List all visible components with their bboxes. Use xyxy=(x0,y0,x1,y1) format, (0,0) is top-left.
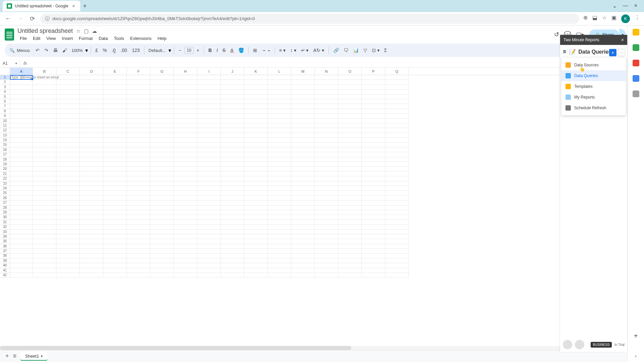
hamburger-icon[interactable]: ≡ xyxy=(563,48,566,55)
cell[interactable] xyxy=(33,128,56,133)
cell[interactable] xyxy=(103,268,127,273)
row-header[interactable]: 8 xyxy=(0,109,10,114)
cell[interactable] xyxy=(80,225,103,229)
cell[interactable] xyxy=(10,244,33,249)
cell[interactable] xyxy=(127,119,150,123)
cell[interactable] xyxy=(127,234,150,239)
cell[interactable] xyxy=(80,196,103,200)
cell[interactable] xyxy=(385,147,409,152)
cell[interactable] xyxy=(221,253,244,258)
cell[interactable] xyxy=(362,196,385,200)
cell[interactable] xyxy=(268,123,291,128)
cell[interactable] xyxy=(197,99,221,104)
cell[interactable] xyxy=(127,200,150,205)
cell[interactable] xyxy=(10,225,33,229)
cell[interactable] xyxy=(127,268,150,273)
cell[interactable] xyxy=(268,75,291,80)
cell[interactable] xyxy=(362,80,385,84)
cell[interactable] xyxy=(56,258,80,263)
wrap-button[interactable]: ↵ ▾ xyxy=(299,46,310,54)
cell[interactable] xyxy=(268,95,291,99)
column-header[interactable]: I xyxy=(197,68,221,75)
cell[interactable] xyxy=(150,263,174,268)
cell[interactable] xyxy=(103,230,127,234)
cell[interactable] xyxy=(80,167,103,171)
cell[interactable] xyxy=(80,186,103,191)
cell[interactable] xyxy=(268,152,291,157)
cell[interactable] xyxy=(291,138,315,142)
row-header[interactable]: 42 xyxy=(0,273,10,278)
cell[interactable] xyxy=(56,75,80,80)
cell[interactable] xyxy=(385,239,409,244)
cell[interactable] xyxy=(33,196,56,200)
cell[interactable] xyxy=(150,104,174,109)
cell[interactable] xyxy=(315,80,338,84)
cell[interactable] xyxy=(315,181,338,186)
cell[interactable] xyxy=(10,104,33,109)
cell[interactable] xyxy=(315,138,338,142)
cell[interactable] xyxy=(244,210,268,215)
forward-button[interactable]: → xyxy=(16,15,24,22)
cell[interactable] xyxy=(221,172,244,176)
name-box[interactable]: A1 ▾ xyxy=(0,59,20,67)
cell[interactable] xyxy=(315,263,338,268)
cell[interactable] xyxy=(268,200,291,205)
cell[interactable] xyxy=(127,99,150,104)
cell[interactable] xyxy=(127,142,150,147)
cell[interactable] xyxy=(174,258,197,263)
cell[interactable] xyxy=(197,191,221,195)
cell[interactable] xyxy=(338,162,362,167)
move-icon[interactable]: ▢ xyxy=(84,28,89,34)
cell[interactable] xyxy=(56,123,80,128)
cell[interactable] xyxy=(221,128,244,133)
cell[interactable] xyxy=(362,191,385,195)
cell[interactable] xyxy=(103,99,127,104)
cell[interactable] xyxy=(338,205,362,210)
cell[interactable] xyxy=(80,123,103,128)
cell[interactable] xyxy=(385,152,409,157)
cell[interactable] xyxy=(244,123,268,128)
cell[interactable] xyxy=(291,191,315,195)
cell[interactable] xyxy=(268,157,291,162)
cell[interactable] xyxy=(291,196,315,200)
cell[interactable] xyxy=(103,128,127,133)
cell[interactable] xyxy=(10,176,33,181)
more-options-button[interactable]: ⋯ xyxy=(618,49,625,56)
cell[interactable] xyxy=(103,196,127,200)
cell[interactable] xyxy=(33,109,56,114)
cell[interactable] xyxy=(150,244,174,249)
cell[interactable] xyxy=(315,147,338,152)
cell[interactable] xyxy=(338,157,362,162)
cell[interactable] xyxy=(174,273,197,278)
cell[interactable] xyxy=(10,268,33,273)
cell[interactable] xyxy=(10,80,33,84)
cell[interactable] xyxy=(33,123,56,128)
cell[interactable] xyxy=(315,239,338,244)
cell[interactable] xyxy=(127,138,150,142)
cell[interactable] xyxy=(80,234,103,239)
cell[interactable] xyxy=(103,89,127,94)
cell[interactable] xyxy=(174,167,197,171)
cell[interactable] xyxy=(127,104,150,109)
cell[interactable] xyxy=(174,80,197,84)
cell[interactable] xyxy=(362,205,385,210)
cell[interactable] xyxy=(291,230,315,234)
cell[interactable] xyxy=(362,99,385,104)
cell[interactable] xyxy=(174,172,197,176)
valign-button[interactable]: ↕ ▾ xyxy=(289,46,298,54)
zoom-dropdown[interactable]: 100% ▾ xyxy=(70,47,88,54)
address-bar[interactable]: ⓘ docs.google.com/spreadsheets/d/1ZIPqnZ… xyxy=(40,14,579,24)
cell[interactable] xyxy=(33,176,56,181)
cell[interactable] xyxy=(197,205,221,210)
cell[interactable] xyxy=(291,220,315,225)
row-header[interactable]: 39 xyxy=(0,258,10,263)
cell[interactable] xyxy=(127,95,150,99)
format-123-button[interactable]: 123 xyxy=(130,46,141,54)
cell[interactable] xyxy=(338,215,362,220)
cell[interactable] xyxy=(33,215,56,220)
cell[interactable] xyxy=(10,220,33,225)
cell[interactable] xyxy=(362,186,385,191)
cell[interactable] xyxy=(33,263,56,268)
cell[interactable] xyxy=(268,249,291,253)
cell[interactable] xyxy=(315,200,338,205)
